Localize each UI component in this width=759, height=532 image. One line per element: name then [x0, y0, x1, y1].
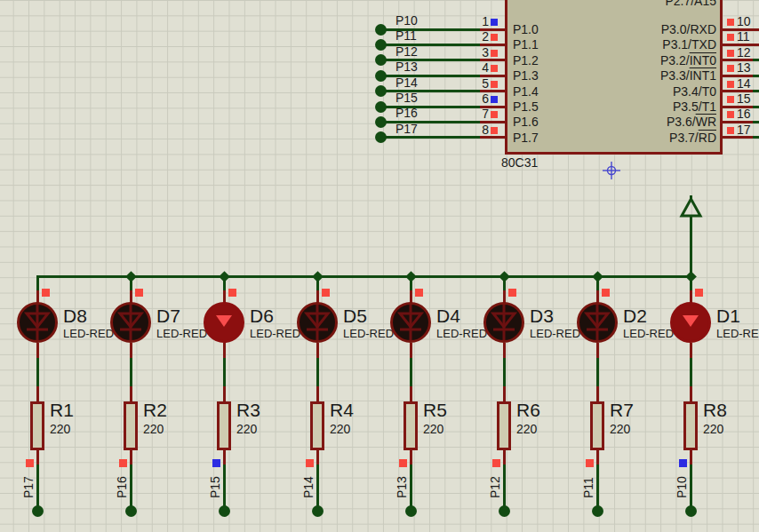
power-riser-wire[interactable]	[690, 216, 692, 277]
resistor-component[interactable]	[124, 401, 138, 450]
led-component[interactable]	[390, 302, 431, 343]
resistor-pin-stub[interactable]	[36, 450, 39, 465]
led-pin-stub[interactable]	[316, 290, 319, 303]
schematic-canvas[interactable]: { "chip": { "part_number": "80C31", "top…	[0, 0, 759, 532]
wire-junction	[592, 271, 603, 282]
led-pin-stub[interactable]	[503, 290, 506, 303]
resistor-component[interactable]	[683, 401, 698, 450]
net-wire[interactable]	[690, 358, 692, 386]
net-wire[interactable]	[753, 136, 759, 139]
led-pin-stub[interactable]	[223, 290, 226, 303]
wire-terminal-dot[interactable]	[685, 505, 697, 517]
net-wire[interactable]	[223, 465, 226, 506]
net-wire[interactable]	[380, 136, 480, 139]
led-pin-stub[interactable]	[130, 343, 132, 358]
led-reference-label: D2	[623, 306, 647, 326]
net-wire[interactable]	[36, 358, 39, 386]
resistor-pin-stub[interactable]	[36, 386, 39, 401]
led-reference-label: D7	[156, 306, 180, 326]
net-wire[interactable]	[316, 465, 319, 506]
power-arrow-icon[interactable]	[680, 195, 702, 218]
wire-terminal-dot[interactable]	[312, 505, 324, 517]
net-wire[interactable]	[130, 358, 132, 386]
resistor-pin-stub[interactable]	[130, 386, 132, 401]
led-pin-stub[interactable]	[130, 290, 132, 303]
resistor-pin-stub[interactable]	[223, 450, 226, 465]
wire-terminal-dot[interactable]	[375, 131, 387, 143]
wire-terminal-dot[interactable]	[375, 85, 387, 97]
net-wire[interactable]	[36, 275, 39, 290]
wire-terminal-dot[interactable]	[375, 24, 387, 36]
wire-terminal-dot[interactable]	[499, 505, 510, 517]
net-wire[interactable]	[753, 106, 759, 108]
net-wire[interactable]	[596, 358, 599, 386]
led-component[interactable]	[204, 302, 244, 343]
net-wire[interactable]	[753, 90, 759, 92]
led-pin-stub[interactable]	[36, 290, 39, 303]
resistor-pin-stub[interactable]	[316, 386, 319, 401]
net-wire[interactable]	[316, 358, 319, 386]
resistor-pin-stub[interactable]	[503, 450, 506, 465]
led-pin-stub[interactable]	[223, 343, 226, 358]
resistor-pin-stub[interactable]	[316, 450, 319, 465]
resistor-pin-stub[interactable]	[503, 386, 506, 401]
led-component[interactable]	[577, 302, 618, 343]
resistor-pin-stub[interactable]	[596, 386, 599, 401]
led-pin-stub[interactable]	[410, 290, 412, 303]
led-pin-stub[interactable]	[690, 290, 692, 303]
net-wire[interactable]	[753, 75, 759, 77]
led-component[interactable]	[110, 302, 151, 343]
wire-terminal-dot[interactable]	[592, 505, 603, 517]
net-wire[interactable]	[410, 465, 412, 506]
resistor-component[interactable]	[217, 401, 231, 450]
resistor-pin-stub[interactable]	[130, 450, 132, 465]
wire-terminal-dot[interactable]	[375, 39, 387, 51]
wire-terminal-dot[interactable]	[375, 101, 387, 113]
wire-terminal-dot[interactable]	[375, 54, 387, 66]
resistor-component[interactable]	[497, 401, 511, 450]
net-wire[interactable]	[596, 465, 599, 506]
resistor-pin-stub[interactable]	[410, 450, 412, 465]
resistor-component[interactable]	[403, 401, 418, 450]
wire-terminal-dot[interactable]	[375, 70, 387, 82]
resistor-component[interactable]	[590, 401, 604, 450]
net-wire[interactable]	[130, 465, 132, 506]
pin-name: P3.5/T1	[578, 99, 716, 114]
pin-name: P3.3/INT1	[578, 68, 716, 83]
wire-terminal-dot[interactable]	[405, 505, 417, 517]
led-component[interactable]	[670, 302, 711, 343]
wire-terminal-dot[interactable]	[32, 505, 44, 517]
pin-state-indicator	[727, 81, 734, 88]
net-wire[interactable]	[410, 358, 412, 386]
led-pin-stub[interactable]	[316, 343, 319, 358]
net-wire[interactable]	[36, 465, 39, 506]
wire-label-vertical: P12	[489, 463, 502, 498]
led-component[interactable]	[297, 302, 338, 343]
resistor-pin-stub[interactable]	[223, 386, 226, 401]
wire-terminal-dot[interactable]	[125, 505, 137, 517]
pin-state-indicator	[491, 50, 498, 57]
wire-terminal-dot[interactable]	[375, 116, 387, 128]
led-pin-stub[interactable]	[410, 343, 412, 358]
pin-name: P1.1	[513, 37, 539, 52]
net-wire[interactable]	[753, 121, 759, 123]
led-pin-stub[interactable]	[596, 290, 599, 303]
resistor-pin-stub[interactable]	[690, 386, 692, 401]
net-wire[interactable]	[753, 59, 759, 61]
wire-terminal-dot[interactable]	[219, 505, 230, 517]
net-wire[interactable]	[690, 465, 692, 506]
led-pin-stub[interactable]	[596, 343, 599, 358]
net-wire[interactable]	[503, 465, 506, 506]
resistor-component[interactable]	[310, 401, 324, 450]
led-pin-stub[interactable]	[36, 343, 39, 358]
net-wire[interactable]	[503, 358, 506, 386]
resistor-pin-stub[interactable]	[690, 450, 692, 465]
led-component[interactable]	[17, 302, 58, 343]
resistor-component[interactable]	[30, 401, 44, 450]
resistor-pin-stub[interactable]	[596, 450, 599, 465]
led-pin-stub[interactable]	[690, 343, 692, 358]
led-pin-stub[interactable]	[503, 343, 506, 358]
resistor-pin-stub[interactable]	[410, 386, 412, 401]
led-component[interactable]	[483, 302, 524, 343]
net-wire[interactable]	[223, 358, 226, 386]
